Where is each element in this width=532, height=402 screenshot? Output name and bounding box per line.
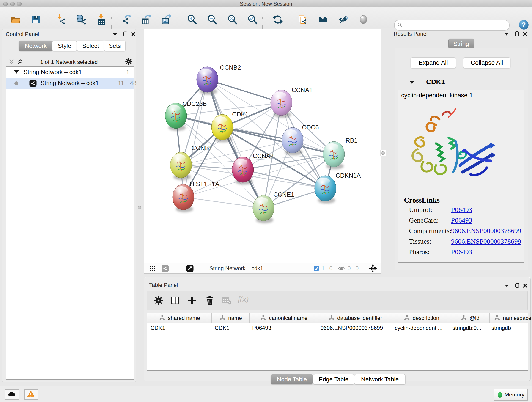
- table-cell[interactable]: stringdb:9...: [449, 323, 488, 333]
- tab-node-table[interactable]: Node Table: [271, 374, 313, 384]
- string-home-icon[interactable]: [318, 14, 328, 25]
- column-header-database-identifier[interactable]: database identifier: [318, 313, 393, 323]
- node-label-CCNB2: CCNB2: [220, 64, 241, 71]
- right-splitter-dot-icon[interactable]: [381, 151, 385, 155]
- hide-glasses-icon[interactable]: [338, 14, 348, 25]
- import-network-icon[interactable]: [56, 14, 66, 25]
- table-row[interactable]: CDK1CDK1P064939606.ENSP00000378699cyclin…: [147, 323, 528, 333]
- crosslink-link[interactable]: P06493: [451, 248, 472, 256]
- expand-all-button[interactable]: Expand All: [411, 57, 456, 68]
- table-options-icon[interactable]: [504, 283, 510, 289]
- gear-icon[interactable]: [125, 57, 133, 65]
- gray-eye-icon[interactable]: [358, 14, 369, 25]
- edge-CCNA2-CDKN1A[interactable]: [243, 170, 325, 188]
- table-close-icon[interactable]: [522, 283, 528, 288]
- refresh-icon[interactable]: [272, 14, 283, 25]
- zoom-out-icon[interactable]: [207, 14, 217, 25]
- tab-network-table[interactable]: Network Table: [354, 374, 405, 384]
- column-header-canonical-name[interactable]: canonical name: [249, 313, 318, 323]
- table-header-row: shared namenamecanonical namedatabase id…: [147, 313, 528, 323]
- cloud-status-button[interactable]: [5, 389, 19, 400]
- network-view-canvas[interactable]: CCNB2CCNA1CDC25BCDK1CDC6RB1CCNB1CCNA2CDK…: [144, 29, 381, 263]
- results-close-icon[interactable]: [522, 31, 528, 37]
- node-CCNE1[interactable]: [253, 195, 274, 223]
- left-splitter-dot-icon[interactable]: [138, 206, 141, 210]
- open-session-icon[interactable]: [10, 14, 21, 25]
- crosslink-link[interactable]: 9606.ENSP00000378699: [451, 237, 521, 245]
- network-collection-row[interactable]: String Network – cdk1 1: [6, 67, 134, 78]
- grid-view-icon[interactable]: [148, 264, 156, 272]
- selected-checkbox-icon[interactable]: [313, 265, 319, 271]
- close-panel-icon[interactable]: [130, 31, 136, 37]
- crosslink-link[interactable]: P06493: [451, 216, 472, 224]
- column-header-shared-name[interactable]: shared name: [147, 313, 212, 323]
- node-CCNA1[interactable]: [271, 90, 292, 118]
- delete-row-icon[interactable]: [205, 295, 215, 306]
- node-CDK1[interactable]: [211, 114, 233, 142]
- import-network-database-icon[interactable]: [76, 14, 86, 25]
- table-cell[interactable]: P06493: [249, 323, 317, 333]
- edge-CCNB2-CCNA1[interactable]: [207, 80, 281, 103]
- export-network-icon[interactable]: [121, 14, 132, 25]
- zoom-fit-icon[interactable]: [227, 14, 238, 25]
- tab-edge-table[interactable]: Edge Table: [313, 374, 354, 384]
- clone-network-icon[interactable]: [298, 14, 308, 25]
- table-cell[interactable]: CDK1: [147, 323, 211, 333]
- table-gear-icon[interactable]: [153, 295, 164, 306]
- table-cell[interactable]: CDK1: [211, 323, 249, 333]
- results-panel: Expand All Collapse All CDK1 cyclin-depe…: [394, 48, 528, 270]
- tab-select[interactable]: Select: [77, 41, 104, 51]
- table-float-icon[interactable]: [514, 282, 520, 288]
- column-header-label: shared name: [168, 315, 200, 321]
- tab-network[interactable]: Network: [19, 41, 53, 51]
- node-CCNB2[interactable]: [196, 67, 218, 95]
- search-input[interactable]: [405, 21, 506, 29]
- network-row-selected[interactable]: String Network – cdk1 11 48: [6, 78, 134, 89]
- share-network-icon[interactable]: [161, 264, 169, 272]
- edge-CDK1-RB1[interactable]: [222, 127, 334, 154]
- memory-button[interactable]: Memory: [494, 389, 528, 401]
- results-float-icon[interactable]: [514, 31, 520, 37]
- results-options-icon[interactable]: [504, 31, 510, 37]
- tab-style[interactable]: Style: [52, 41, 77, 51]
- crosslink-label: GeneCard:: [409, 216, 439, 224]
- search-box[interactable]: [394, 20, 510, 31]
- column-header-description[interactable]: description: [393, 313, 450, 323]
- node-HIST1H1A[interactable]: [172, 184, 194, 212]
- import-table-icon[interactable]: [96, 14, 107, 25]
- edge-HIST1H1A-CCNE1[interactable]: [183, 197, 264, 208]
- zoom-in-icon[interactable]: [187, 14, 197, 25]
- protein-detail-panel: cyclin-dependent kinase 1: [398, 90, 524, 263]
- panel-options-icon[interactable]: [112, 32, 118, 37]
- table-cell[interactable]: stringdb: [488, 323, 532, 333]
- node-CCNA2[interactable]: [232, 157, 254, 185]
- crosslink-link[interactable]: 9606.ENSP00000378699: [451, 227, 521, 235]
- select-columns-icon[interactable]: [170, 295, 180, 306]
- zoom-selected-icon[interactable]: [247, 14, 258, 25]
- node-CDKN1A[interactable]: [315, 176, 336, 204]
- save-session-icon[interactable]: [31, 14, 41, 25]
- table-cell[interactable]: cyclin-dependent ...: [392, 323, 449, 333]
- export-table-icon[interactable]: [141, 14, 152, 25]
- column-header-name[interactable]: name: [212, 313, 249, 323]
- collection-expander-icon[interactable]: [14, 70, 19, 74]
- node-RB1[interactable]: [323, 141, 345, 169]
- add-row-icon[interactable]: [187, 295, 197, 306]
- string-network-icon: [29, 79, 37, 87]
- node-table[interactable]: shared namenamecanonical namedatabase id…: [147, 313, 528, 371]
- node-CCNB1[interactable]: [170, 152, 192, 180]
- collapse-all-button[interactable]: Collapse All: [463, 57, 510, 68]
- help-icon[interactable]: ?: [518, 19, 529, 30]
- crosslink-link[interactable]: P06493: [451, 206, 472, 214]
- move-crosshair-icon[interactable]: [368, 264, 377, 273]
- tab-sets[interactable]: Sets: [104, 41, 126, 51]
- warning-status-button[interactable]: [24, 389, 38, 400]
- birds-eye-view-icon[interactable]: [186, 264, 194, 272]
- table-cell[interactable]: 9606.ENSP00000378699: [317, 323, 392, 333]
- hidden-eye-icon[interactable]: [338, 265, 345, 272]
- float-panel-icon[interactable]: [123, 31, 128, 37]
- column-header--id[interactable]: @id: [450, 313, 490, 323]
- export-image-icon[interactable]: [162, 14, 172, 25]
- column-header-namespace[interactable]: namespace: [490, 313, 532, 323]
- cdk1-expander-icon[interactable]: [409, 79, 415, 86]
